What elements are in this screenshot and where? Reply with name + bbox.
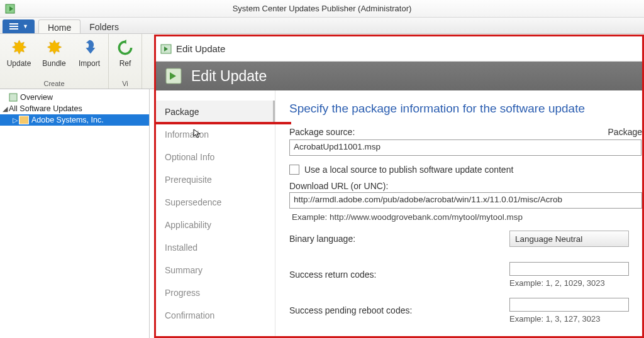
dialog-icon — [160, 43, 172, 55]
ribbon-group-create-label: Create — [43, 80, 64, 87]
svg-rect-2 — [9, 26, 18, 27]
ribbon-group-view-label: Vi — [122, 80, 128, 87]
ribbon-group-view: Ref Vi — [109, 34, 142, 89]
star-icon: ✸ — [9, 38, 29, 58]
file-tab[interactable]: ▼ — [3, 19, 35, 33]
bundle-label: Bundle — [36, 59, 72, 68]
refresh-button[interactable]: Ref — [110, 34, 140, 80]
star-icon: ✸ — [44, 38, 64, 58]
window-title: System Center Updates Publisher (Adminis… — [16, 4, 644, 13]
svg-rect-3 — [9, 28, 18, 30]
titlebar: System Center Updates Publisher (Adminis… — [0, 0, 644, 18]
dialog-titlebar: Edit Update — [156, 36, 642, 62]
update-button[interactable]: ✸ Update — [1, 34, 36, 80]
ribbon-group-create: ✸ Update ✸ Bundle Import Create — [0, 34, 109, 89]
dialog-header-icon — [162, 66, 184, 86]
refresh-icon — [115, 38, 135, 58]
app-icon — [4, 3, 16, 15]
import-arrow-icon — [79, 38, 99, 58]
bundle-button[interactable]: ✸ Bundle — [36, 34, 72, 80]
file-menu-icon — [9, 22, 19, 31]
dialog-header-text: Edit Update — [191, 68, 267, 85]
refresh-label: Ref — [110, 59, 140, 68]
svg-rect-1 — [9, 23, 18, 25]
edit-update-dialog: Edit Update Edit Update Package Informat… — [154, 35, 644, 89]
import-label: Import — [72, 59, 107, 68]
import-button[interactable]: Import — [72, 34, 107, 80]
tab-home[interactable]: Home — [38, 19, 80, 33]
chevron-down-icon: ▼ — [23, 23, 28, 30]
tab-folders[interactable]: Folders — [80, 19, 128, 33]
dialog-header: Edit Update — [156, 62, 642, 89]
dialog-title-text: Edit Update — [176, 43, 225, 54]
update-label: Update — [1, 59, 36, 68]
ribbon-tabs: ▼ Home Folders — [0, 18, 644, 34]
